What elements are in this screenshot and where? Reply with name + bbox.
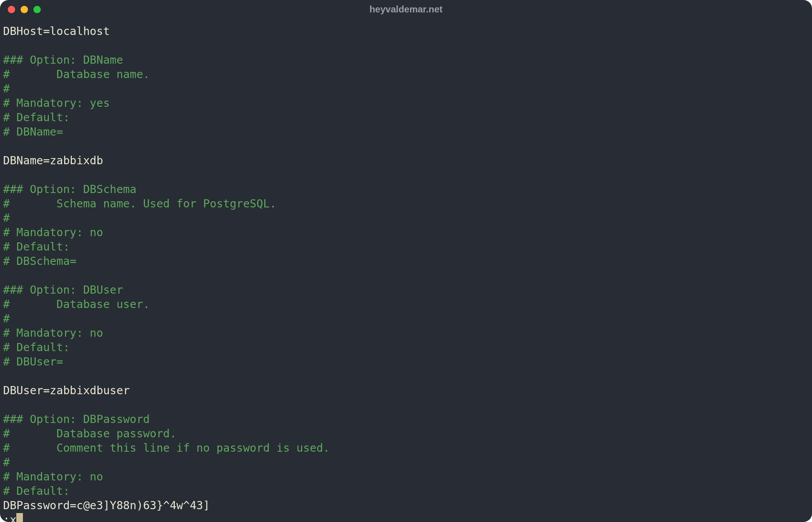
window-titlebar: heyvaldemar.net bbox=[0, 0, 812, 19]
window-title: heyvaldemar.net bbox=[0, 4, 812, 15]
comment-empty: # bbox=[3, 311, 809, 326]
comment-dbpassword-desc: # Database password. bbox=[3, 426, 809, 441]
comment-empty: # bbox=[3, 211, 809, 225]
vim-command-text: :x bbox=[3, 513, 16, 522]
minimize-window-button[interactable] bbox=[21, 6, 28, 13]
traffic-lights bbox=[8, 6, 41, 13]
terminal-body[interactable]: DBHost=localhost ### Option: DBName # Da… bbox=[0, 19, 812, 522]
blank-line bbox=[3, 38, 809, 53]
comment-dbname-desc: # Database name. bbox=[3, 67, 809, 82]
comment-dbname-eq: # DBName= bbox=[3, 125, 809, 139]
comment-mandatory-yes: # Mandatory: yes bbox=[3, 96, 809, 110]
comment-default: # Default: bbox=[3, 110, 809, 125]
close-window-button[interactable] bbox=[8, 6, 15, 13]
comment-empty: # bbox=[3, 82, 809, 96]
vim-command-line[interactable]: :x bbox=[3, 513, 809, 522]
blank-line bbox=[3, 168, 809, 182]
comment-option-dbuser: ### Option: DBUser bbox=[3, 283, 809, 297]
blank-line bbox=[3, 398, 809, 412]
blank-line bbox=[3, 268, 809, 283]
blank-line bbox=[3, 369, 809, 383]
maximize-window-button[interactable] bbox=[33, 6, 41, 13]
comment-default: # Default: bbox=[3, 240, 809, 254]
comment-default: # Default: bbox=[3, 340, 809, 355]
comment-dbuser-desc: # Database user. bbox=[3, 297, 809, 311]
cursor-block-icon bbox=[16, 513, 23, 522]
comment-dbschema-desc: # Schema name. Used for PostgreSQL. bbox=[3, 197, 809, 211]
comment-mandatory-no: # Mandatory: no bbox=[3, 225, 809, 240]
config-line-dbname: DBName=zabbixdb bbox=[3, 153, 809, 168]
comment-option-dbpassword: ### Option: DBPassword bbox=[3, 412, 809, 426]
comment-empty: # bbox=[3, 455, 809, 470]
blank-line bbox=[3, 139, 809, 153]
config-line-dbhost: DBHost=localhost bbox=[3, 24, 809, 38]
terminal-window: heyvaldemar.net DBHost=localhost ### Opt… bbox=[0, 0, 812, 522]
comment-default: # Default: bbox=[3, 484, 809, 498]
comment-option-dbname: ### Option: DBName bbox=[3, 53, 809, 67]
comment-option-dbschema: ### Option: DBSchema bbox=[3, 182, 809, 197]
comment-mandatory-no: # Mandatory: no bbox=[3, 470, 809, 484]
comment-dbuser-eq: # DBUser= bbox=[3, 355, 809, 369]
comment-dbpassword-desc2: # Comment this line if no password is us… bbox=[3, 441, 809, 455]
config-line-dbpassword: DBPassword=c@e3]Y88n)63}^4w^43] bbox=[3, 498, 809, 513]
comment-mandatory-no: # Mandatory: no bbox=[3, 326, 809, 340]
config-line-dbuser: DBUser=zabbixdbuser bbox=[3, 383, 809, 398]
comment-dbschema-eq: # DBSchema= bbox=[3, 254, 809, 268]
